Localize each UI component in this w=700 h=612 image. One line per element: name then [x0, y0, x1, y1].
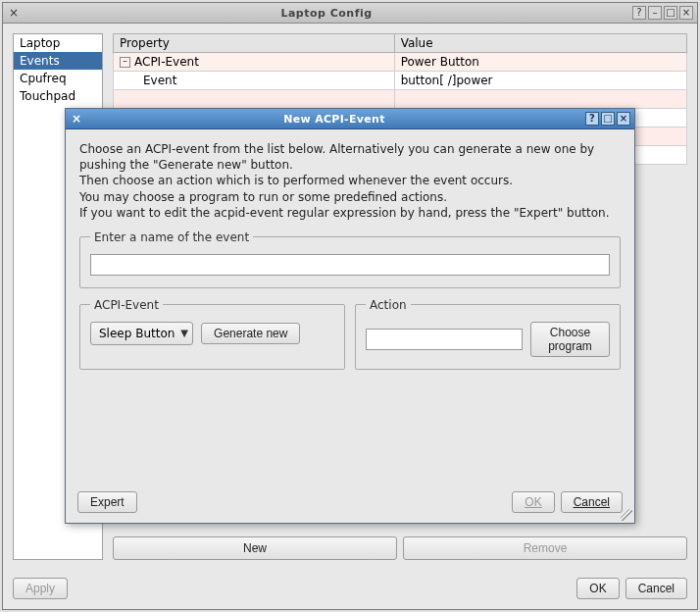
- cell-val[interactable]: Power Button: [394, 53, 686, 72]
- maximize-button[interactable]: □: [664, 6, 677, 20]
- combo-value: Sleep Button: [99, 327, 175, 340]
- dialog-titlebar[interactable]: × New ACPI-Event ? □ ×: [66, 109, 634, 129]
- dialog-close-button[interactable]: ×: [617, 112, 630, 126]
- main-title: Laptop Config: [21, 7, 632, 20]
- col-property[interactable]: Property: [114, 34, 395, 53]
- cell-val[interactable]: button[ /]power: [394, 72, 686, 90]
- sidebar-item-cpufreq[interactable]: Cpufreq: [14, 70, 102, 87]
- dialog-title: New ACPI-Event: [83, 113, 585, 126]
- intro-line: Then choose an action which is to perfor…: [79, 173, 621, 188]
- new-acpi-event-dialog: × New ACPI-Event ? □ × Choose an ACPI-ev…: [65, 108, 635, 524]
- dialog-cancel-button[interactable]: Cancel: [561, 491, 623, 513]
- cancel-button[interactable]: Cancel: [625, 578, 687, 599]
- sysmenu-icon[interactable]: ×: [7, 6, 21, 20]
- table-row[interactable]: –ACPI-Event Power Button: [114, 53, 687, 72]
- sidebar-item-touchpad[interactable]: Touchpad: [14, 87, 102, 105]
- acpi-legend: ACPI-Event: [90, 298, 163, 312]
- cell-prop: ACPI-Event: [134, 55, 199, 69]
- dialog-maximize-button[interactable]: □: [601, 112, 615, 126]
- dialog-intro: Choose an ACPI-event from the list below…: [79, 141, 621, 221]
- col-value[interactable]: Value: [394, 34, 686, 53]
- action-group: Action Choose program: [355, 298, 621, 370]
- name-group: Enter a name of the event: [79, 230, 621, 288]
- table-row[interactable]: Event button[ /]power: [114, 72, 687, 90]
- dialog-help-button[interactable]: ?: [585, 112, 599, 126]
- cell-prop: Event: [143, 74, 176, 87]
- intro-line: If you want to edit the acpid-event regu…: [79, 205, 621, 221]
- acpi-event-group: ACPI-Event Sleep Button ▼ Generate new: [79, 298, 345, 370]
- expert-button[interactable]: Expert: [77, 491, 137, 513]
- resize-grip[interactable]: [621, 509, 632, 521]
- help-button[interactable]: ?: [632, 6, 646, 20]
- ok-button[interactable]: OK: [576, 578, 619, 599]
- minimize-button[interactable]: –: [648, 6, 662, 20]
- chevron-down-icon: ▼: [180, 328, 188, 338]
- action-legend: Action: [366, 298, 411, 312]
- generate-new-button[interactable]: Generate new: [201, 323, 300, 344]
- dialog-ok-button[interactable]: OK: [512, 491, 554, 513]
- acpi-event-combo[interactable]: Sleep Button ▼: [90, 322, 193, 345]
- sidebar-item-events[interactable]: Events: [14, 52, 102, 70]
- close-button[interactable]: ×: [679, 6, 693, 20]
- main-titlebar[interactable]: × Laptop Config ? – □ ×: [3, 3, 697, 24]
- intro-line: Choose an ACPI-event from the list below…: [79, 141, 621, 173]
- remove-button[interactable]: Remove: [403, 536, 687, 560]
- event-name-input[interactable]: [90, 254, 610, 276]
- name-legend: Enter a name of the event: [90, 230, 253, 244]
- choose-program-button[interactable]: Choose program: [530, 322, 610, 357]
- dialog-sysmenu-icon[interactable]: ×: [70, 112, 83, 126]
- table-row[interactable]: [114, 90, 687, 109]
- new-button[interactable]: New: [113, 536, 397, 560]
- apply-button[interactable]: Apply: [13, 578, 68, 599]
- action-input[interactable]: [366, 329, 523, 350]
- tree-collapse-icon[interactable]: –: [120, 57, 130, 68]
- sidebar-item-laptop[interactable]: Laptop: [14, 34, 102, 52]
- intro-line: You may choose a program to run or some …: [79, 189, 621, 205]
